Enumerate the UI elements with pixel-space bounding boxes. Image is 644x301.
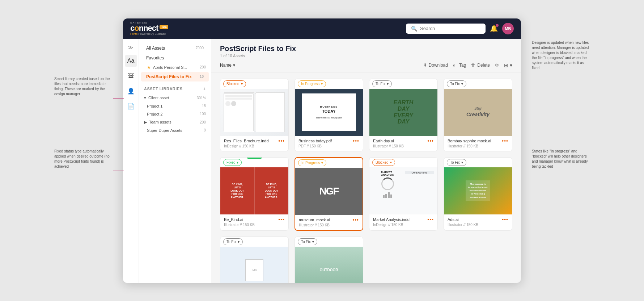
asset-info: Be_Kind.ai ••• Illustrator // 150 KB	[220, 214, 288, 230]
content-subtitle: 1 of 10 Assets	[220, 54, 512, 58]
asset-info: Earth day.ai ••• Illustrator // 150 KB	[369, 136, 437, 151]
asset-card-top: In Progress ▾	[295, 79, 363, 89]
chevron-down-icon: ▾	[321, 161, 323, 165]
asset-more-button[interactable]: •••	[278, 217, 285, 222]
search-input[interactable]	[420, 26, 480, 31]
grid-icon: ⊞	[504, 62, 508, 68]
asset-card[interactable]: To Fix ▾ OUTDOOR outdoor_photo.ai ••• Il…	[295, 237, 363, 283]
annotation-left-bottom: Fixed status type automatically applied …	[54, 149, 112, 169]
content-header: PostScript Files to Fix 1 of 10 Assets	[211, 39, 521, 58]
avatar[interactable]: MB	[502, 23, 514, 34]
asset-card[interactable]: To Fix ▾ EARTHDAYEVERYDAY Earth day.ai •…	[369, 79, 438, 151]
asset-more-button[interactable]: •••	[427, 217, 434, 222]
logo-connect: connectBeta	[130, 24, 168, 33]
top-nav: Extensis connectBeta Fonts Powered By Su…	[123, 18, 521, 39]
asset-info: Res_Files_Brochure.indd ••• InDesign // …	[220, 136, 288, 151]
content-area: PostScript Files to Fix 1 of 10 Assets N…	[211, 39, 521, 283]
asset-card[interactable]: To Fix ▾ IMG file_layout.indd ••• InDesi…	[220, 237, 289, 283]
chevron-down-icon: ▾	[238, 240, 240, 244]
sidebar-icon-image[interactable]: 🖼	[125, 70, 137, 82]
status-badge[interactable]: To Fix ▾	[223, 238, 243, 245]
filter-button[interactable]: ⚙	[495, 63, 499, 68]
sidebar-icon-doc[interactable]: 📄	[125, 100, 137, 113]
search-icon: 🔍	[411, 26, 417, 32]
asset-info: Business today.pdf ••• PDF // 150 KB	[295, 136, 363, 151]
nav-item-postscript[interactable]: PostScript Files to Fix 10	[141, 72, 209, 81]
asset-card-top: Fixed ▾	[220, 158, 288, 167]
asset-info: Bombay saphire mock.ai ••• Illustrator /…	[444, 136, 512, 151]
chevron-down-icon: ▾	[387, 82, 389, 86]
nav-sub-item-project1[interactable]: Project 1 18	[139, 102, 211, 110]
status-badge[interactable]: Blocked ▾	[372, 159, 395, 166]
asset-more-button[interactable]: •••	[502, 217, 508, 222]
asset-card[interactable]: Blocked ▾	[220, 79, 289, 151]
nav-sub-item-favorites[interactable]: ★ Aprils Personal S... 200	[139, 63, 211, 72]
asset-card-top: To Fix ▾	[220, 237, 288, 247]
chevron-down-icon: ▾	[461, 82, 463, 86]
asset-card-top: To Fix ▾	[444, 158, 512, 167]
logo-subtitle: Fonts Powered By Suitcase	[130, 33, 168, 35]
asset-name: Market Analysis.indd	[373, 217, 410, 222]
sidebar-icon-user[interactable]: 👤	[125, 85, 137, 97]
status-badge[interactable]: To Fix ▾	[372, 80, 392, 87]
main-area: ≫ Aa 🖼 👤 📄 All Assets 7000 Favorites	[123, 39, 521, 283]
asset-meta: InDesign // 150 KB	[224, 144, 285, 148]
asset-meta: PDF // 150 KB	[298, 144, 359, 148]
status-badge[interactable]: In Progress ▾	[298, 80, 326, 87]
search-bar[interactable]: 🔍	[406, 24, 486, 34]
nav-item-favorites[interactable]: Favorites	[141, 53, 209, 63]
asset-name: Earth day.ai	[373, 139, 394, 143]
sidebar-toggle-button[interactable]: ≫	[126, 42, 136, 53]
delete-button[interactable]: 🗑 Delete	[471, 63, 490, 68]
notification-button[interactable]: 🔔	[490, 25, 498, 33]
asset-card-top: Blocked ▾	[220, 79, 288, 89]
nav-item-client-asset[interactable]: ▾ Client asset 301¼	[139, 94, 211, 102]
view-toggle[interactable]: ⊞ ▾	[504, 62, 512, 68]
asset-card[interactable]: In Progress ▾ BUSINESS TODAY daily finan…	[295, 79, 363, 151]
logo-area: Extensis connectBeta Fonts Powered By Su…	[130, 21, 168, 35]
asset-meta: Illustrator // 150 KB	[448, 144, 508, 148]
chevron-down-icon: ▾	[321, 82, 323, 86]
status-badge[interactable]: To Fix ▾	[298, 238, 317, 245]
asset-more-button[interactable]: •••	[278, 138, 285, 144]
nav-item-all-assets[interactable]: All Assets 7000	[141, 43, 209, 53]
download-button[interactable]: ⬇ Download	[423, 63, 448, 68]
nav-right: 🔍 🔔 MB	[406, 23, 514, 34]
nav-section-main: All Assets 7000 Favorites ★ Aprils Perso…	[139, 43, 211, 81]
asset-info: Market Analysis.indd ••• InDesign // 150…	[369, 214, 437, 230]
tag-button[interactable]: 🏷 Tag	[453, 63, 466, 68]
status-badge[interactable]: In Progress ▾	[298, 159, 326, 166]
nav-item-team-assets[interactable]: ▶ Team assets 200	[139, 118, 211, 126]
nav-sub-item-super-duper[interactable]: Super Duper Assets 9	[139, 126, 211, 134]
assets-grid: Blocked ▾	[211, 73, 521, 283]
annotation-right-bottom: States like "In progress" and "blocked" …	[532, 149, 590, 169]
asset-card[interactable]: In Progress ▾ NGF museum_mock.ai ••• Ill…	[295, 157, 363, 231]
status-badge[interactable]: Fixed ▾	[223, 159, 242, 166]
asset-card[interactable]: To Fix ▾ The museum istemporarily closed…	[444, 157, 512, 231]
tag-icon: 🏷	[453, 63, 457, 68]
status-badge[interactable]: To Fix ▾	[447, 159, 466, 166]
asset-card-top: To Fix ▾	[444, 79, 512, 89]
asset-more-button[interactable]: •••	[352, 217, 359, 223]
asset-more-button[interactable]: •••	[427, 138, 434, 144]
asset-card[interactable]: Fixed Fixed ▾ BE KIND,LET'SLOOK OUTFOR O…	[220, 157, 289, 231]
sort-button[interactable]: Name ▾	[220, 63, 235, 68]
status-badge[interactable]: Blocked ▾	[223, 80, 246, 87]
nav-section-asset-libraries: Asset Libraries +	[139, 84, 211, 94]
asset-more-button[interactable]: •••	[353, 138, 359, 144]
annotation-left-top: Smart library created based on the files…	[54, 76, 112, 97]
sidebar-icon-type[interactable]: Aa	[125, 55, 137, 67]
asset-more-button[interactable]: •••	[502, 138, 508, 144]
asset-card-top: To Fix ▾	[369, 79, 437, 89]
status-badge[interactable]: To Fix ▾	[447, 80, 466, 87]
asset-card[interactable]: To Fix ▾ StayCreativity Bombay saphire m…	[444, 79, 512, 151]
asset-info: Ads.ai ••• Illustrator // 150 KB	[444, 214, 512, 230]
page-title: PostScript Files to Fix	[220, 45, 512, 53]
chevron-down-icon: ▾	[312, 240, 314, 244]
add-library-button[interactable]: +	[203, 86, 206, 92]
asset-card[interactable]: Blocked ▾ MARKETANALYSIS OVERVIEW Market…	[369, 157, 438, 231]
nav-sub-item-project2[interactable]: Project 2 100	[139, 110, 211, 118]
chevron-down-icon: ▾	[390, 160, 392, 164]
notification-dot	[496, 24, 499, 27]
asset-meta: Illustrator // 150 KB	[373, 144, 434, 148]
